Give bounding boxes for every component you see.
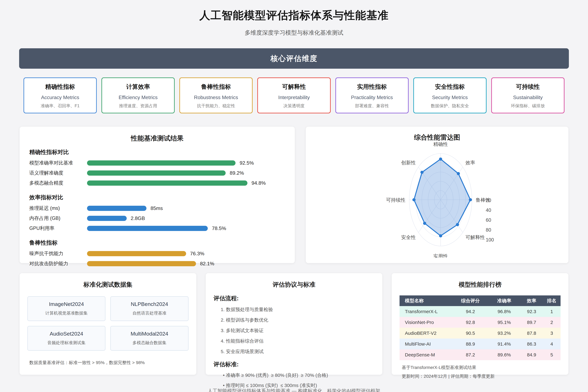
ranking-cell: 88.9: [453, 338, 488, 349]
dimension-card-desc: 数据保护、隐私安全: [415, 103, 485, 109]
ranking-table-body: TransformerX-L94.296.8%92.31VisionNet-Pr…: [400, 306, 560, 360]
protocol-title: 评估协议与标准: [214, 280, 374, 289]
datasets-title: 标准化测试数据集: [28, 280, 188, 289]
dimension-card-desc: 抗干扰能力、稳定性: [181, 103, 251, 109]
dimension-card-desc: 准确率、召回率、F1: [26, 103, 95, 109]
benchmark-bar: [87, 251, 186, 256]
benchmark-bar-value: 94.8%: [252, 180, 266, 186]
benchmark-group-heading: 鲁棒性指标: [29, 239, 285, 247]
ranking-panel: 模型性能排行榜 模型名称综合评分准确率效率排名 TransformerX-L94…: [392, 273, 568, 375]
ranking-cell: 89.6%: [488, 349, 520, 360]
benchmark-group-heading: 精确性指标对比: [29, 148, 285, 156]
radar-axis-label: 安全性: [401, 234, 416, 240]
radar-data-point: [420, 171, 424, 174]
bottom-row: 标准化测试数据集 ImageNet2024计算机视觉基准数据集NLPBench2…: [20, 273, 568, 375]
protocol-panel: 评估协议与标准 评估流程: 1. 数据预处理与质量检验2. 模型训练与参数优化3…: [206, 273, 382, 375]
page-header: 人工智能模型评估指标体系与性能基准 多维度深度学习模型与标准化基准测试: [0, 0, 588, 37]
ranking-note: 基于TransformerX-L模型基准测试结果: [400, 364, 560, 370]
dimension-card: 可解释性Interpretability决策透明度: [257, 78, 330, 113]
dashboard-page: 人工智能模型评估指标体系与性能基准 多维度深度学习模型与标准化基准测试 核心评估…: [0, 0, 588, 392]
ranking-table-row: DeepSense-M87.289.6%84.95: [400, 349, 560, 360]
page-footer: 人工智能模型评估指标体系与性能基准 — 构建标准化、科学化的AI模型评估框架: [0, 388, 588, 392]
benchmark-bar: [87, 160, 236, 166]
benchmark-bar-track: 82.1%: [87, 261, 285, 266]
dimension-card: 精确性指标Accuracy Metrics准确率、召回率、F1: [24, 78, 97, 113]
dataset-card: NLPBench2024自然语言处理基准: [110, 296, 188, 321]
page-subtitle: 多维度深度学习模型与标准化基准测试: [0, 29, 588, 37]
radar-scale-label: 20: [486, 198, 491, 203]
dimension-card-desc: 部署难度、兼容性: [337, 103, 407, 109]
dataset-desc: 计算机视觉基准数据集: [29, 310, 104, 316]
process-step: 3. 多轮测试文本验证: [221, 328, 374, 334]
benchmark-bar-value: 76.3%: [190, 251, 204, 256]
dimension-card: 鲁棒性指标Robustness Metrics抗干扰能力、稳定性: [180, 78, 252, 113]
ranking-cell: 96.8%: [488, 306, 520, 317]
benchmark-bar: [87, 226, 208, 231]
dataset-card: MultiModal2024多模态融合数据集: [110, 326, 188, 350]
benchmark-bar-value: 2.8GB: [131, 216, 145, 221]
radar-axis-label: 精确性: [434, 142, 448, 147]
benchmark-bar-track: 94.8%: [87, 180, 285, 186]
dimension-card-title: 可解释性: [259, 83, 329, 91]
benchmark-bar-row: 语义理解准确度89.2%: [29, 168, 285, 178]
dataset-desc: 自然语言处理基准: [112, 310, 187, 316]
ranking-column-header: 排名: [543, 296, 560, 306]
ranking-cell: 92.8: [453, 317, 488, 328]
benchmark-bar-label: 推理延迟 (ms): [29, 205, 87, 212]
radar-scale-label: 80: [486, 227, 491, 233]
radar-data-point: [457, 172, 460, 175]
benchmark-bar: [87, 261, 196, 266]
benchmark-bar-label: 对抗攻击防护能力: [29, 260, 87, 267]
dimension-card-title: 可持续性: [493, 83, 562, 91]
ranking-cell: 1: [543, 306, 560, 317]
benchmark-title: 性能基准测试结果: [29, 134, 285, 143]
ranking-cell: 95.1%: [488, 317, 520, 328]
benchmark-bar-label: 模型准确率对比基准: [29, 160, 87, 166]
radar-data-point: [423, 222, 426, 225]
dataset-card: AudioSet2024音频处理标准测试集: [28, 326, 105, 350]
dataset-name: ImageNet2024: [29, 301, 104, 307]
benchmark-bar-row: 多模态融合精度94.8%: [29, 178, 285, 188]
radar-data-point: [412, 198, 416, 201]
radar-axis-label: 可解释性: [466, 234, 485, 240]
radar-panel: 综合性能雷达图 精确性效率鲁棒性可解释性实用性安全性可持续性创新性2040608…: [306, 127, 568, 263]
dimension-card: 计算效率Efficiency Metrics推理速度、资源占用: [102, 78, 175, 113]
dataset-grid: ImageNet2024计算机视觉基准数据集NLPBench2024自然语言处理…: [28, 296, 188, 350]
ranking-cell: 5: [543, 349, 560, 360]
dimension-card-english: Robustness Metrics: [181, 94, 251, 100]
benchmark-bar-row: 模型准确率对比基准92.5%: [29, 158, 285, 168]
ranking-title: 模型性能排行榜: [400, 280, 560, 289]
dimension-card-title: 鲁棒性指标: [181, 83, 251, 91]
benchmark-bar-value: 82.1%: [200, 261, 214, 266]
dataset-name: NLPBench2024: [112, 301, 187, 307]
benchmark-group-heading: 效率指标对比: [29, 194, 285, 201]
radar-data-point: [439, 234, 442, 238]
benchmark-panel: 性能基准测试结果 精确性指标对比模型准确率对比基准92.5%语义理解准确度89.…: [20, 127, 295, 263]
ranking-cell: 2: [543, 317, 560, 328]
dimension-card-english: Efficiency Metrics: [103, 94, 173, 100]
ranking-cell: DeepSense-M: [400, 349, 453, 360]
ranking-cell: 86.3: [520, 338, 543, 349]
radar-scale-label: 60: [486, 217, 491, 223]
benchmark-bar-row: GPU利用率78.5%: [29, 223, 285, 233]
benchmark-bar-track: 85ms: [87, 206, 285, 211]
dimension-card-title: 计算效率: [103, 83, 173, 91]
process-heading: 评估流程:: [214, 294, 374, 302]
benchmark-bar-row: 内存占用 (GB)2.8GB: [29, 213, 285, 223]
radar-axis-label: 创新性: [401, 160, 416, 166]
dimension-card-desc: 决策透明度: [259, 103, 329, 109]
ranking-cell: 91.4%: [488, 338, 520, 349]
benchmark-bar-track: 92.5%: [87, 160, 285, 166]
benchmark-bar: [87, 180, 248, 186]
core-dimensions-banner: 核心评估维度: [19, 48, 569, 69]
radar-axis-label: 效率: [466, 160, 475, 166]
dimension-card-english: Security Metrics: [415, 94, 485, 100]
benchmark-bar-label: 多模态融合精度: [29, 180, 87, 186]
ranking-table-row: TransformerX-L94.296.8%92.31: [400, 306, 560, 317]
radar-chart: 精确性效率鲁棒性可解释性实用性安全性可持续性创新性20406080100: [312, 142, 562, 258]
ranking-table: 模型名称综合评分准确率效率排名 TransformerX-L94.296.8%9…: [400, 296, 560, 360]
ranking-cell: 87.2: [453, 349, 488, 360]
benchmark-bar-track: 2.8GB: [87, 216, 285, 221]
radar-axis-label: 可持续性: [386, 197, 406, 203]
page-title: 人工智能模型评估指标体系与性能基准: [0, 8, 588, 22]
